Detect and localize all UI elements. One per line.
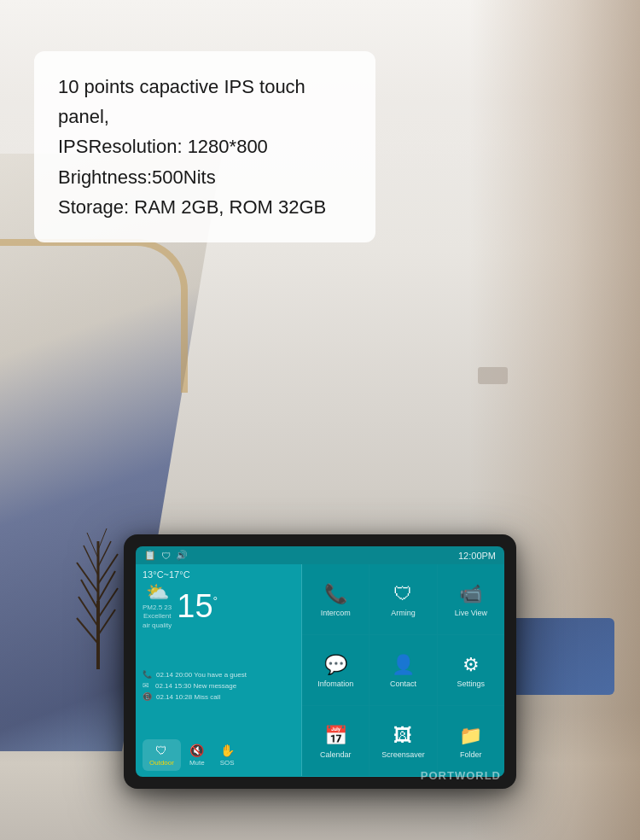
- weather-section: 13°C~17°C ⛅ PM2.5 23 Excellent air quali…: [143, 569, 294, 630]
- arming-label: Arming: [391, 609, 416, 617]
- pm-info: PM2.5 23 Excellent air quality: [143, 604, 172, 630]
- device-outer-frame: 📋 🛡 🔊 12:00PM 13°C~17°C ⛅: [124, 534, 516, 789]
- mute-button[interactable]: 🔇 Mute: [183, 739, 212, 771]
- app-intercom[interactable]: 📞 Intercom: [302, 564, 369, 634]
- contact-label: Contact: [390, 680, 416, 688]
- settings-label: Settings: [457, 680, 486, 688]
- svg-line-13: [98, 528, 107, 550]
- screensaver-label: Screensaver: [381, 750, 425, 759]
- notif-message: ✉ 02.14 15:30 New message: [143, 681, 294, 690]
- svg-line-3: [79, 597, 98, 627]
- app-settings[interactable]: ⚙ Settings: [438, 635, 504, 705]
- calendar-label: Calendar: [320, 750, 352, 759]
- spec-line-3: Brightness:500Nits: [58, 162, 352, 192]
- intercom-icon: 📞: [324, 583, 347, 605]
- settings-icon: ⚙: [463, 654, 480, 676]
- intercom-label: Intercom: [321, 609, 351, 617]
- clipboard-icon: 📋: [144, 550, 156, 561]
- svg-line-4: [98, 588, 118, 618]
- folder-icon: 📁: [459, 725, 482, 747]
- outdoor-label: Outdoor: [149, 759, 174, 767]
- weather-icon-area: ⛅ PM2.5 23 Excellent air quality: [143, 581, 172, 630]
- app-grid: 📞 Intercom 🛡 Arming 📹 Live View: [302, 564, 504, 776]
- svg-line-9: [98, 554, 118, 584]
- volume-icon: 🔊: [176, 550, 188, 561]
- spec-line-1: 10 points capactive IPS touch panel,: [58, 72, 352, 131]
- sos-icon: ✋: [220, 744, 235, 757]
- app-screensaver[interactable]: 🖼 Screensaver: [369, 706, 436, 776]
- status-bar: 📋 🛡 🔊 12:00PM: [136, 546, 504, 564]
- stair-handrail: [0, 239, 188, 393]
- sos-label: SOS: [220, 759, 235, 767]
- device-container: 📋 🛡 🔊 12:00PM 13°C~17°C ⛅: [124, 534, 516, 789]
- app-live-view[interactable]: 📹 Live View: [438, 564, 504, 634]
- outdoor-button[interactable]: 🛡 Outdoor: [143, 739, 181, 771]
- message-notif-icon: ✉: [143, 681, 151, 690]
- blue-furniture: [503, 618, 614, 695]
- mute-icon: 🔇: [189, 744, 204, 757]
- notif-guest: 📞 02.14 20:00 You have a guest: [143, 670, 294, 679]
- missed-notif-icon: 📵: [143, 692, 152, 701]
- app-arming[interactable]: 🛡 Arming: [369, 564, 436, 634]
- app-folder[interactable]: 📁 Folder: [438, 706, 504, 776]
- cloud-icon: ⛅: [146, 581, 169, 604]
- temp-range: 13°C~17°C: [143, 569, 294, 580]
- svg-line-12: [87, 533, 98, 558]
- svg-line-10: [84, 545, 98, 575]
- folder-label: Folder: [460, 750, 482, 759]
- wall-socket: [478, 367, 508, 384]
- device-screen: 📋 🛡 🔊 12:00PM 13°C~17°C ⛅: [136, 546, 504, 777]
- shield-status-icon: 🛡: [161, 551, 171, 561]
- information-icon: 💬: [324, 654, 347, 676]
- weather-main: ⛅ PM2.5 23 Excellent air quality 15°: [143, 581, 294, 630]
- notifications: 📞 02.14 20:00 You have a guest ✉ 02.14 1…: [143, 670, 294, 701]
- left-panel: 13°C~17°C ⛅ PM2.5 23 Excellent air quali…: [136, 564, 302, 776]
- brand-label: PORTWORLD: [421, 769, 501, 782]
- contact-icon: 👤: [392, 654, 415, 676]
- liveview-icon: 📹: [459, 583, 482, 605]
- sos-button[interactable]: ✋ SOS: [213, 739, 241, 771]
- notif-missed: 📵 02.14 10:28 Miss call: [143, 692, 294, 701]
- right-panel: 📞 Intercom 🛡 Arming 📹 Live View: [302, 564, 504, 776]
- calendar-icon: 📅: [324, 725, 347, 747]
- info-box: 10 points capactive IPS touch panel, IPS…: [34, 51, 375, 242]
- svg-line-8: [77, 563, 98, 592]
- arming-icon: 🛡: [393, 583, 412, 605]
- spec-line-4: Storage: RAM 2GB, ROM 32GB: [58, 192, 352, 222]
- app-calendar[interactable]: 📅 Calendar: [302, 706, 369, 776]
- liveview-label: Live View: [455, 609, 487, 617]
- screensaver-icon: 🖼: [393, 725, 412, 747]
- big-temperature: 15°: [177, 590, 218, 622]
- status-icons: 📋 🛡 🔊: [144, 550, 188, 561]
- bottom-left-buttons: 🛡 Outdoor 🔇 Mute ✋ SOS: [143, 739, 294, 771]
- screen-content: 13°C~17°C ⛅ PM2.5 23 Excellent air quali…: [136, 564, 504, 776]
- information-label: Infomation: [317, 680, 353, 688]
- tree-decoration: [68, 516, 128, 669]
- app-information[interactable]: 💬 Infomation: [302, 635, 369, 705]
- mute-label: Mute: [189, 759, 205, 767]
- outdoor-icon: 🛡: [155, 744, 167, 757]
- status-time: 12:00PM: [458, 551, 496, 561]
- phone-notif-icon: 📞: [143, 670, 152, 679]
- spec-line-2: IPSResolution: 1280*800: [58, 131, 352, 161]
- app-contact[interactable]: 👤 Contact: [369, 635, 436, 705]
